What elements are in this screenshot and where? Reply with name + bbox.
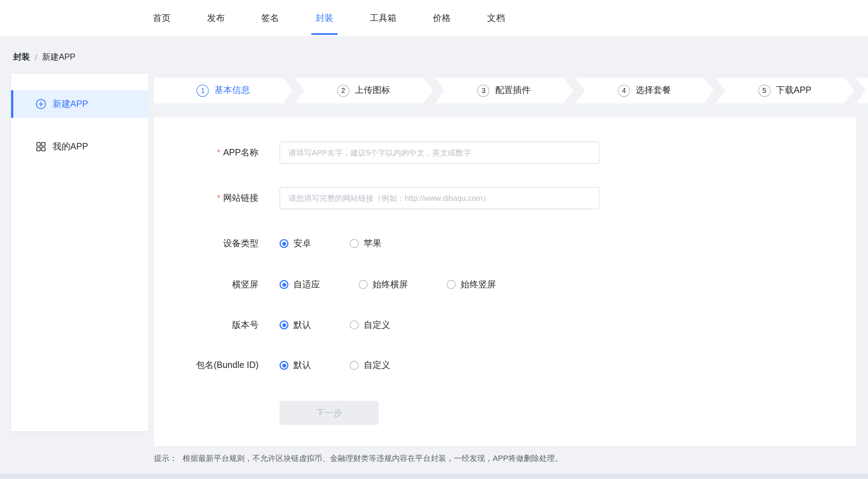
platform-rules-tip: 提示： 根据最新平台规则，不允许区块链虚拟币、金融理财类等违规内容在平台封装，一… bbox=[154, 454, 562, 464]
radio-dot bbox=[280, 320, 289, 329]
step-number: 5 bbox=[758, 84, 770, 97]
radio-dot bbox=[280, 239, 289, 248]
radio-dot bbox=[280, 361, 289, 370]
step-basic-info[interactable]: 1 基本信息 bbox=[154, 77, 293, 103]
radio-dot bbox=[280, 280, 289, 289]
footer-strip bbox=[0, 474, 868, 479]
radio-label: 默认 bbox=[293, 319, 311, 331]
step-number: 3 bbox=[477, 84, 489, 97]
radio-label: 始终横屏 bbox=[373, 279, 408, 290]
field-label: *APP名称 bbox=[154, 147, 259, 159]
grid-icon bbox=[35, 141, 46, 152]
radio-android[interactable]: 安卓 bbox=[280, 238, 311, 249]
radio-always-landscape[interactable]: 始终横屏 bbox=[359, 279, 408, 290]
nav-item-sign[interactable]: 签名 bbox=[261, 0, 279, 37]
radio-label: 苹果 bbox=[364, 238, 381, 249]
radio-label: 自适应 bbox=[293, 279, 320, 290]
tip-text: 根据最新平台规则，不允许区块链虚拟币、金融理财类等违规内容在平台封装，一经发现，… bbox=[183, 454, 562, 464]
radio-adaptive[interactable]: 自适应 bbox=[280, 279, 320, 290]
step-label: 基本信息 bbox=[214, 85, 250, 97]
step-configure-plugins[interactable]: 3 配置插件 bbox=[435, 77, 573, 103]
step-label: 配置插件 bbox=[495, 85, 531, 97]
nav-item-docs[interactable]: 文档 bbox=[487, 0, 505, 37]
required-star: * bbox=[217, 193, 220, 203]
tip-label: 提示： bbox=[154, 454, 177, 464]
form-card: *APP名称 *网站链接 设备类型 安卓 bbox=[154, 117, 856, 446]
step-label: 上传图标 bbox=[355, 85, 390, 97]
radio-version-default[interactable]: 默认 bbox=[280, 319, 311, 331]
radio-label: 安卓 bbox=[293, 238, 311, 249]
step-upload-icon[interactable]: 2 上传图标 bbox=[294, 77, 433, 103]
app-name-input[interactable] bbox=[280, 142, 600, 164]
sidebar: 新建APP 我的APP bbox=[11, 73, 148, 431]
radio-dot bbox=[350, 320, 359, 329]
plus-circle-icon bbox=[35, 99, 46, 110]
radio-dot bbox=[350, 361, 359, 370]
website-link-input[interactable] bbox=[280, 187, 600, 209]
nav-item-publish[interactable]: 发布 bbox=[207, 0, 225, 37]
form-row-website-link: *网站链接 bbox=[154, 187, 856, 209]
form-row-app-name: *APP名称 bbox=[154, 142, 856, 164]
radio-bundle-default[interactable]: 默认 bbox=[280, 359, 311, 371]
step-download-app[interactable]: 5 下载APP bbox=[715, 77, 854, 103]
nav-item-package[interactable]: 封装 bbox=[315, 0, 333, 37]
step-label: 下载APP bbox=[776, 85, 812, 97]
sidebar-item-new-app[interactable]: 新建APP bbox=[11, 90, 148, 118]
radio-dot bbox=[447, 280, 456, 289]
field-label: 包名(Bundle ID) bbox=[154, 359, 259, 371]
stepper-tail bbox=[856, 77, 868, 103]
top-nav: 首页 发布 签名 封装 工具箱 价格 文档 bbox=[0, 0, 868, 37]
form-row-device-type: 设备类型 安卓 苹果 bbox=[154, 232, 856, 254]
radio-label: 始终竖屏 bbox=[461, 279, 496, 290]
field-label: 横竖屏 bbox=[154, 279, 259, 290]
radio-dot bbox=[350, 239, 359, 248]
breadcrumb-section[interactable]: 封装 bbox=[13, 52, 30, 62]
step-number: 1 bbox=[197, 84, 209, 97]
required-star: * bbox=[217, 148, 220, 157]
next-step-button[interactable]: 下一步 bbox=[280, 401, 379, 425]
form-row-version: 版本号 默认 自定义 bbox=[154, 314, 856, 336]
form-row-orientation: 横竖屏 自适应 始终横屏 始终竖屏 bbox=[154, 274, 856, 296]
breadcrumb-current: 新建APP bbox=[42, 52, 76, 62]
step-select-plan[interactable]: 4 选择套餐 bbox=[575, 77, 714, 103]
step-label: 选择套餐 bbox=[636, 85, 671, 97]
breadcrumb: 封装 / 新建APP bbox=[13, 51, 75, 63]
nav-item-toolbox[interactable]: 工具箱 bbox=[370, 0, 396, 37]
radio-bundle-custom[interactable]: 自定义 bbox=[350, 359, 390, 371]
radio-label: 自定义 bbox=[364, 319, 390, 331]
radio-apple[interactable]: 苹果 bbox=[350, 238, 381, 249]
radio-dot bbox=[359, 280, 368, 289]
sidebar-item-my-app[interactable]: 我的APP bbox=[11, 133, 148, 160]
stepper: 1 基本信息 2 上传图标 3 配置插件 4 选择套餐 5 下载APP bbox=[154, 77, 868, 103]
radio-always-portrait[interactable]: 始终竖屏 bbox=[447, 279, 496, 290]
nav-item-pricing[interactable]: 价格 bbox=[433, 0, 451, 37]
field-label: 版本号 bbox=[154, 319, 259, 331]
radio-label: 自定义 bbox=[364, 359, 390, 371]
sidebar-item-label: 我的APP bbox=[53, 141, 88, 153]
field-label: *网站链接 bbox=[154, 192, 259, 204]
sidebar-item-label: 新建APP bbox=[53, 98, 88, 110]
step-number: 4 bbox=[618, 84, 630, 97]
form-row-bundle-id: 包名(Bundle ID) 默认 自定义 bbox=[154, 354, 856, 376]
nav-item-home[interactable]: 首页 bbox=[153, 0, 171, 37]
radio-version-custom[interactable]: 自定义 bbox=[350, 319, 390, 331]
step-number: 2 bbox=[337, 84, 349, 97]
field-label: 设备类型 bbox=[154, 238, 259, 249]
breadcrumb-separator: / bbox=[35, 52, 37, 62]
radio-label: 默认 bbox=[293, 359, 311, 371]
page: 首页 发布 签名 封装 工具箱 价格 文档 封装 / 新建APP 新建APP bbox=[0, 0, 868, 479]
